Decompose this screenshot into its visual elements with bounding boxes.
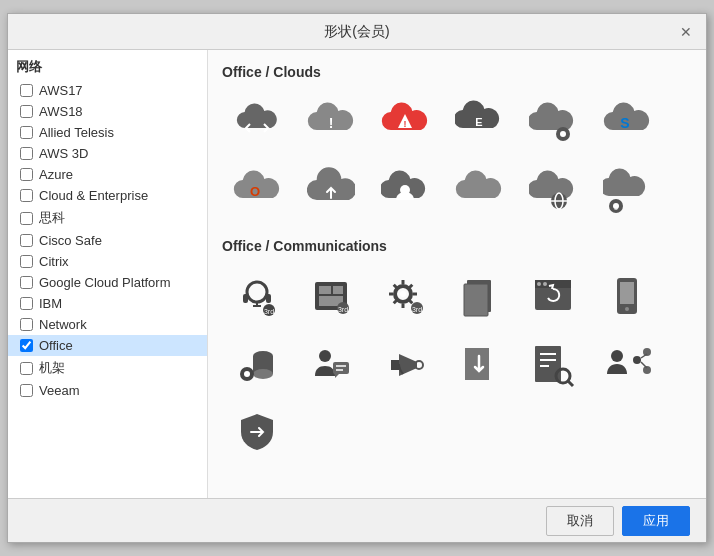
icon-cell-headset-3rd[interactable]: 3rd <box>222 264 292 328</box>
svg-point-43 <box>253 369 273 379</box>
sidebar-item-checkbox[interactable] <box>20 384 33 397</box>
close-button[interactable]: ✕ <box>678 24 694 40</box>
icon-cell-phone[interactable] <box>592 264 662 328</box>
icon-cell-cloud-settings[interactable] <box>518 90 588 154</box>
dialog-body: 网络 AWS17AWS18Allied TelesisAWS 3DAzureCl… <box>8 50 706 498</box>
svg-point-46 <box>319 350 331 362</box>
svg-text:3rd: 3rd <box>338 306 348 313</box>
sidebar-item-label: Google Cloud Platform <box>39 275 171 290</box>
icon-cell-browser-refresh[interactable] <box>518 264 588 328</box>
sidebar-item-checkbox[interactable] <box>20 255 33 268</box>
section-title: Office / Clouds <box>222 64 692 80</box>
sidebar-item-checkbox[interactable] <box>20 362 33 375</box>
sidebar-item[interactable]: Cisco Safe <box>8 230 207 251</box>
icon-cell-cylinder-gear[interactable] <box>222 332 292 396</box>
sidebar-item-label: Veeam <box>39 383 79 398</box>
sidebar-item[interactable]: Cloud & Enterprise <box>8 185 207 206</box>
sidebar-item[interactable]: Azure <box>8 164 207 185</box>
sidebar-item-checkbox[interactable] <box>20 84 33 97</box>
icon-cell-people-share[interactable] <box>592 332 662 396</box>
sidebar-item[interactable]: AWS 3D <box>8 143 207 164</box>
icon-cell-cloud-plain[interactable] <box>444 158 514 222</box>
sidebar-item[interactable]: AWS17 <box>8 80 207 101</box>
sidebar-item-checkbox[interactable] <box>20 168 33 181</box>
svg-text:3: 3 <box>614 204 618 211</box>
icon-cell-download-file[interactable] <box>444 332 514 396</box>
svg-marker-50 <box>391 360 399 370</box>
sidebar-item[interactable]: 机架 <box>8 356 207 380</box>
svg-rect-21 <box>333 286 343 294</box>
sidebar-item-label: IBM <box>39 296 62 311</box>
sidebar-item-checkbox[interactable] <box>20 234 33 247</box>
sidebar-item[interactable]: Office <box>8 335 207 356</box>
icon-cell-cloud-exchange[interactable]: E <box>444 90 514 154</box>
sidebar-item[interactable]: Network <box>8 314 207 335</box>
svg-point-4 <box>560 131 566 137</box>
svg-rect-39 <box>620 282 634 304</box>
icon-cell-document-stack[interactable] <box>444 264 514 328</box>
sidebar-item-checkbox[interactable] <box>20 126 33 139</box>
svg-text:3rd: 3rd <box>412 306 422 313</box>
icon-cell-cloud-user[interactable] <box>370 158 440 222</box>
icon-cell-people-chat[interactable] <box>296 332 366 396</box>
sidebar-item-label: Allied Telesis <box>39 125 114 140</box>
svg-text:!: ! <box>404 119 407 129</box>
icon-cell-cloud-warning[interactable]: ! <box>296 90 366 154</box>
sidebar-item-checkbox[interactable] <box>20 297 33 310</box>
sidebar-item-label: AWS18 <box>39 104 83 119</box>
svg-text:!: ! <box>329 115 334 131</box>
sidebar-item-checkbox[interactable] <box>20 147 33 160</box>
sidebar-item-label: Office <box>39 338 73 353</box>
svg-point-62 <box>633 356 641 364</box>
sidebar-item-label: 思科 <box>39 209 65 227</box>
sidebar: 网络 AWS17AWS18Allied TelesisAWS 3DAzureCl… <box>8 50 208 498</box>
svg-point-26 <box>400 291 406 297</box>
sidebar-item-checkbox[interactable] <box>20 276 33 289</box>
svg-text:E: E <box>475 116 482 128</box>
sidebar-item[interactable]: Citrix <box>8 251 207 272</box>
icon-cell-search-doc[interactable] <box>518 332 588 396</box>
title-bar: 形状(会员) ✕ <box>8 14 706 50</box>
svg-point-40 <box>625 307 629 311</box>
sidebar-item-label: AWS 3D <box>39 146 88 161</box>
sidebar-item[interactable]: Veeam <box>8 380 207 401</box>
icon-cell-megaphone[interactable] <box>370 332 440 396</box>
apply-button[interactable]: 应用 <box>622 506 690 536</box>
dialog: 形状(会员) ✕ 网络 AWS17AWS18Allied TelesisAWS … <box>7 13 707 543</box>
icon-grid: 3rd3rd3rd <box>222 264 692 464</box>
svg-point-61 <box>611 350 623 362</box>
sidebar-item-label: Network <box>39 317 87 332</box>
sidebar-item[interactable]: Google Cloud Platform <box>8 272 207 293</box>
svg-rect-16 <box>266 294 271 303</box>
svg-text:O: O <box>250 184 260 199</box>
icon-cell-layout-3rd[interactable]: 3rd <box>296 264 366 328</box>
sidebar-item-checkbox[interactable] <box>20 212 33 225</box>
dialog-footer: 取消 应用 <box>8 498 706 542</box>
sidebar-item-checkbox[interactable] <box>20 318 33 331</box>
svg-text:S: S <box>620 115 629 131</box>
sidebar-item-checkbox[interactable] <box>20 339 33 352</box>
sidebar-item-checkbox[interactable] <box>20 105 33 118</box>
sidebar-item-label: Azure <box>39 167 73 182</box>
icon-cell-cloud-alert-red[interactable]: ! <box>370 90 440 154</box>
icon-cell-cloud-gear-3rd[interactable]: 3 <box>592 158 662 222</box>
sidebar-item[interactable]: 思科 <box>8 206 207 230</box>
icon-cell-cloud-sync[interactable] <box>222 90 292 154</box>
svg-line-66 <box>641 362 647 368</box>
sidebar-item-label: Citrix <box>39 254 69 269</box>
icon-cell-gear-3rd[interactable]: 3rd <box>370 264 440 328</box>
sidebar-item-checkbox[interactable] <box>20 189 33 202</box>
svg-point-37 <box>543 282 547 286</box>
sidebar-item[interactable]: Allied Telesis <box>8 122 207 143</box>
dialog-title: 形状(会员) <box>36 23 678 41</box>
icon-cell-shield-transfer[interactable] <box>222 400 292 464</box>
icon-cell-cloud-office[interactable]: O <box>222 158 292 222</box>
icon-cell-cloud-upload[interactable] <box>296 158 366 222</box>
icon-cell-cloud-sharepoint[interactable]: S <box>592 90 662 154</box>
sidebar-item[interactable]: AWS18 <box>8 101 207 122</box>
icon-cell-cloud-globe[interactable] <box>518 158 588 222</box>
svg-rect-15 <box>243 294 248 303</box>
sidebar-item[interactable]: IBM <box>8 293 207 314</box>
cancel-button[interactable]: 取消 <box>546 506 614 536</box>
svg-line-60 <box>568 381 573 386</box>
